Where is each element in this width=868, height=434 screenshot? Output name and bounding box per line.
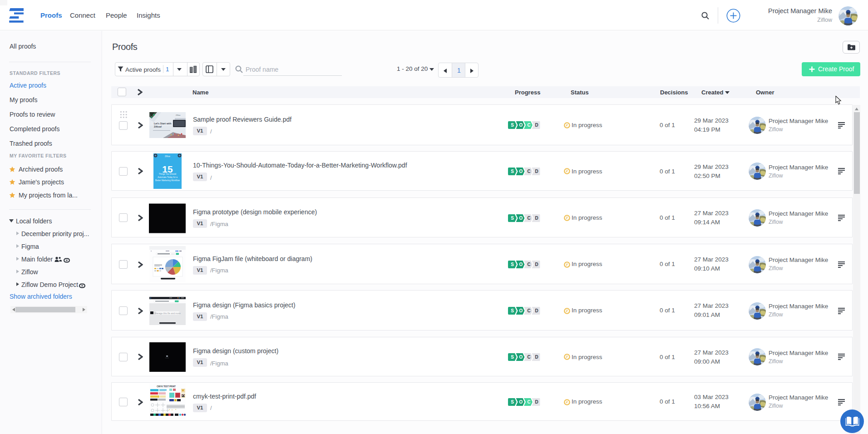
svg-text:Ziflow: Ziflow	[176, 114, 181, 116]
svg-text:Automate Today for a: Automate Today for a	[158, 176, 178, 178]
svg-text:Manage this file and more: Manage this file and more	[154, 312, 181, 315]
svg-text:Things You Should: Things You Should	[159, 173, 177, 175]
svg-text:Let's Start with: Let's Start with	[154, 122, 171, 125]
svg-text:CMYK TEST PRINT: CMYK TEST PRINT	[157, 385, 176, 388]
svg-text:Ziflow: Ziflow	[165, 155, 171, 158]
svg-text:Ziflow!: Ziflow!	[154, 125, 162, 128]
svg-text:Better Marketing Workflow: Better Marketing Workflow	[155, 179, 180, 182]
